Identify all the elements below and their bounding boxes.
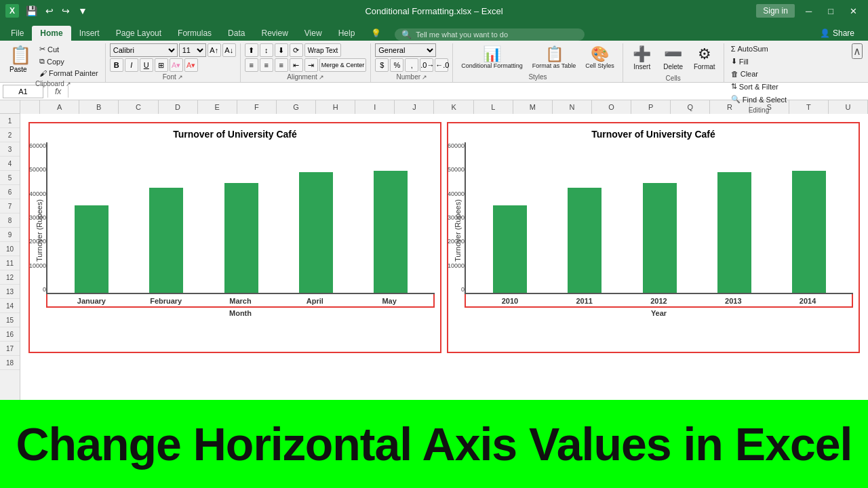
- paste-button[interactable]: 📋 Paste: [5, 43, 35, 75]
- row-header-6[interactable]: 6: [0, 185, 20, 199]
- font-name-select[interactable]: Calibri: [110, 43, 178, 57]
- fill-color-button[interactable]: A▾: [170, 58, 183, 72]
- increase-decimal-button[interactable]: .0→: [420, 58, 433, 72]
- row-header-9[interactable]: 9: [0, 228, 20, 242]
- col-header-j[interactable]: J: [395, 100, 434, 114]
- find-select-button[interactable]: 🔍Find & Select: [728, 94, 789, 105]
- search-box[interactable]: Tell me what you want to do: [416, 30, 508, 39]
- delete-button[interactable]: ➖ Delete: [658, 43, 688, 73]
- format-button[interactable]: ⚙ Format: [690, 43, 719, 73]
- insert-button[interactable]: ➕ Insert: [627, 43, 657, 73]
- col-header-a[interactable]: A: [40, 100, 79, 114]
- tab-lightbulb[interactable]: 💡: [363, 26, 389, 41]
- collapse-ribbon-button[interactable]: ∧: [852, 43, 863, 59]
- col-header-t[interactable]: T: [789, 100, 829, 114]
- font-expand-icon[interactable]: ↗: [178, 74, 183, 81]
- row-header-4[interactable]: 4: [0, 157, 20, 171]
- border-button[interactable]: ⊞: [155, 58, 168, 72]
- bold-button[interactable]: B: [110, 58, 123, 72]
- col-header-m[interactable]: M: [513, 100, 553, 114]
- font-size-select[interactable]: 11: [179, 43, 206, 57]
- align-middle-button[interactable]: ↕: [260, 43, 273, 57]
- row-header-13[interactable]: 13: [0, 285, 20, 299]
- clipboard-expand-icon[interactable]: ↗: [66, 81, 71, 87]
- undo-button[interactable]: ↩: [43, 4, 56, 18]
- row-header-5[interactable]: 5: [0, 171, 20, 185]
- tab-data[interactable]: Data: [220, 26, 253, 41]
- row-header-3[interactable]: 3: [0, 142, 20, 157]
- row-header-7[interactable]: 7: [0, 199, 20, 214]
- sort-filter-button[interactable]: ⇅Sort & Filter: [728, 81, 781, 92]
- save-button[interactable]: 💾: [23, 4, 40, 18]
- text-direction-button[interactable]: ⟳: [290, 43, 303, 57]
- col-header-d[interactable]: D: [159, 100, 198, 114]
- col-header-b[interactable]: B: [79, 100, 119, 114]
- tab-insert[interactable]: Insert: [71, 26, 108, 41]
- format-as-table-button[interactable]: 📋 Format as Table: [528, 43, 580, 72]
- col-header-c[interactable]: C: [119, 100, 158, 114]
- clear-button[interactable]: 🗑Clear: [728, 68, 761, 79]
- tab-page-layout[interactable]: Page Layout: [108, 26, 170, 41]
- align-center-button[interactable]: ≡: [260, 58, 273, 72]
- cell-styles-button[interactable]: 🎨 Cell Styles: [581, 43, 618, 72]
- col-header-u[interactable]: U: [829, 100, 868, 114]
- row-header-15[interactable]: 15: [0, 313, 20, 327]
- row-header-18[interactable]: 18: [0, 356, 20, 370]
- col-header-n[interactable]: N: [553, 100, 592, 114]
- row-header-14[interactable]: 14: [0, 299, 20, 313]
- col-header-p[interactable]: P: [631, 100, 671, 114]
- col-header-e[interactable]: E: [198, 100, 237, 114]
- minimize-button[interactable]: ─: [800, 5, 817, 18]
- row-header-12[interactable]: 12: [0, 270, 20, 285]
- decrease-indent-button[interactable]: ⇤: [290, 58, 303, 72]
- col-header-q[interactable]: Q: [671, 100, 710, 114]
- col-header-g[interactable]: G: [277, 100, 316, 114]
- tab-review[interactable]: Review: [253, 26, 296, 41]
- wrap-text-button[interactable]: Wrap Text: [304, 43, 342, 57]
- number-format-select[interactable]: General: [375, 43, 436, 57]
- merge-center-button[interactable]: Merge & Center: [319, 58, 367, 72]
- italic-button[interactable]: I: [125, 58, 138, 72]
- increase-indent-button[interactable]: ⇥: [304, 58, 318, 72]
- col-header-l[interactable]: L: [474, 100, 513, 114]
- align-top-button[interactable]: ⬆: [245, 43, 258, 57]
- row-header-16[interactable]: 16: [0, 327, 20, 342]
- col-header-o[interactable]: O: [592, 100, 631, 114]
- comma-button[interactable]: ,: [405, 58, 418, 72]
- fill-button[interactable]: ⬇Fill: [728, 56, 751, 67]
- align-right-button[interactable]: ≡: [275, 58, 288, 72]
- decrease-font-button[interactable]: A↓: [222, 43, 236, 57]
- chart-2[interactable]: Turnover of University Café Turnover (Ru…: [447, 122, 860, 353]
- sign-in-button[interactable]: Sign in: [756, 4, 795, 18]
- align-bottom-button[interactable]: ⬇: [275, 43, 288, 57]
- accounting-format-button[interactable]: $: [375, 58, 389, 72]
- customize-quick-access-button[interactable]: ▼: [75, 4, 90, 18]
- align-left-button[interactable]: ≡: [245, 58, 258, 72]
- row-header-2[interactable]: 2: [0, 128, 20, 142]
- number-expand-icon[interactable]: ↗: [422, 74, 427, 81]
- format-painter-button[interactable]: 🖌 Format Painter: [37, 68, 101, 79]
- tab-file[interactable]: File: [3, 26, 32, 41]
- row-header-10[interactable]: 10: [0, 242, 20, 256]
- alignment-expand-icon[interactable]: ↗: [319, 74, 324, 81]
- row-header-8[interactable]: 8: [0, 214, 20, 228]
- share-button[interactable]: 👤 Share: [814, 26, 860, 41]
- tab-home[interactable]: Home: [32, 26, 71, 41]
- autosum-button[interactable]: ΣAutoSum: [728, 43, 771, 54]
- percent-button[interactable]: %: [390, 58, 403, 72]
- conditional-formatting-button[interactable]: 📊 Conditional Formatting: [457, 43, 527, 72]
- maximize-button[interactable]: □: [823, 5, 839, 18]
- row-header-17[interactable]: 17: [0, 342, 20, 356]
- increase-font-button[interactable]: A↑: [208, 43, 221, 57]
- chart-1[interactable]: Turnover of University Café Turnover (Ru…: [28, 122, 441, 353]
- row-header-1[interactable]: 1: [0, 114, 20, 128]
- tab-view[interactable]: View: [296, 26, 330, 41]
- redo-button[interactable]: ↪: [59, 4, 73, 18]
- col-header-k[interactable]: K: [434, 100, 473, 114]
- tab-help[interactable]: Help: [330, 26, 363, 41]
- col-header-h[interactable]: H: [316, 100, 355, 114]
- cut-button[interactable]: ✂ Cut: [37, 43, 101, 55]
- col-header-i[interactable]: I: [355, 100, 395, 114]
- tab-formulas[interactable]: Formulas: [170, 26, 220, 41]
- font-color-button[interactable]: A▾: [184, 58, 198, 72]
